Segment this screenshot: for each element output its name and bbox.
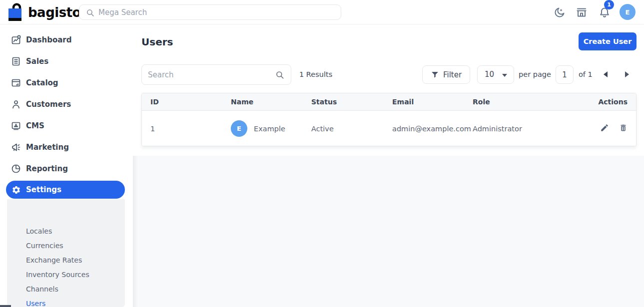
per-page-select[interactable]: 10 — [477, 65, 514, 84]
create-user-button[interactable]: Create User — [579, 32, 637, 50]
settings-submenu: Locales Currencies Exchange Rates Invent… — [7, 199, 125, 307]
user-avatar[interactable]: E — [620, 4, 636, 20]
cell-status: Active — [311, 125, 392, 133]
table-row[interactable]: 1 E Example Active admin@example.com Adm… — [142, 111, 636, 146]
sidebar-item-customers[interactable]: Customers — [0, 93, 125, 115]
per-page-label: per page — [519, 70, 551, 78]
filter-label: Filter — [443, 70, 462, 79]
top-header: bagisto 1 E — [0, 0, 644, 24]
table-header-row: ID Name Status Email Role Actions — [142, 93, 636, 111]
sidebar-item-locales[interactable]: Locales — [26, 224, 52, 238]
sidebar-item-sales[interactable]: Sales — [0, 50, 125, 72]
sidebar: Locales Currencies Exchange Rates Invent… — [0, 24, 133, 307]
reporting-icon — [11, 164, 21, 174]
sidebar-item-marketing[interactable]: Marketing — [0, 136, 125, 158]
search-icon — [86, 8, 94, 17]
dark-mode-icon[interactable] — [554, 6, 566, 18]
sidebar-item-users[interactable]: Users — [26, 296, 45, 307]
cell-id: 1 — [142, 125, 231, 133]
sidebar-item-channels[interactable]: Channels — [26, 282, 58, 296]
sidebar-item-currencies[interactable]: Currencies — [26, 238, 63, 253]
user-name: Example — [254, 125, 285, 133]
sidebar-item-catalog[interactable]: Catalog — [0, 72, 125, 93]
scrollbar-thumb[interactable] — [0, 305, 11, 307]
dashboard-icon — [11, 35, 21, 45]
cell-email: admin@example.com — [392, 125, 473, 133]
sidebar-item-dashboard[interactable]: Dashboard — [0, 29, 125, 50]
main-background — [133, 156, 644, 307]
page-total-label: of 1 — [579, 70, 593, 78]
column-name[interactable]: Name — [231, 98, 311, 106]
sidebar-item-cms[interactable]: CMS — [0, 115, 125, 136]
sidebar-item-settings[interactable]: Settings — [6, 181, 125, 199]
cms-icon — [11, 121, 21, 131]
cell-role: Administrator — [473, 125, 553, 133]
datagrid-search — [141, 64, 291, 85]
filter-funnel-icon — [431, 70, 439, 79]
catalog-icon — [11, 78, 21, 88]
column-role[interactable]: Role — [473, 98, 553, 106]
datagrid-search-input[interactable] — [148, 65, 273, 84]
next-page-arrow[interactable] — [625, 71, 629, 77]
results-count: 1 Results — [299, 70, 332, 78]
marketing-icon — [11, 142, 21, 152]
brand-logo[interactable]: bagisto — [7, 2, 81, 22]
bagisto-bag-icon — [7, 2, 25, 22]
sidebar-item-inventory-sources[interactable]: Inventory Sources — [26, 267, 89, 282]
column-email[interactable]: Email — [392, 98, 473, 106]
column-status[interactable]: Status — [311, 98, 392, 106]
settings-gear-icon — [11, 185, 21, 195]
per-page-value: 10 — [485, 70, 494, 79]
column-actions: Actions — [553, 98, 636, 106]
delete-trash-icon[interactable] — [619, 123, 628, 132]
notification-count-badge: 1 — [604, 0, 614, 9]
chevron-down-icon — [502, 74, 507, 77]
page-number-input[interactable] — [556, 65, 574, 84]
filter-button[interactable]: Filter — [422, 65, 470, 84]
search-icon[interactable] — [275, 70, 284, 79]
cell-actions — [553, 123, 636, 134]
cell-name: E Example — [231, 120, 311, 137]
sidebar-item-exchange-rates[interactable]: Exchange Rates — [26, 253, 82, 267]
sidebar-item-reporting[interactable]: Reporting — [0, 158, 125, 179]
customers-icon — [11, 99, 21, 109]
row-avatar: E — [231, 120, 247, 137]
brand-name: bagisto — [28, 5, 81, 20]
mega-search-input[interactable] — [98, 5, 338, 19]
edit-pencil-icon[interactable] — [600, 123, 609, 132]
mega-search — [79, 4, 341, 20]
store-icon[interactable] — [576, 6, 588, 18]
page-title: Users — [141, 36, 173, 48]
column-id[interactable]: ID — [142, 98, 231, 106]
users-table: ID Name Status Email Role Actions 1 E Ex… — [141, 93, 637, 146]
sales-icon — [11, 56, 21, 66]
previous-page-arrow[interactable] — [604, 71, 608, 77]
